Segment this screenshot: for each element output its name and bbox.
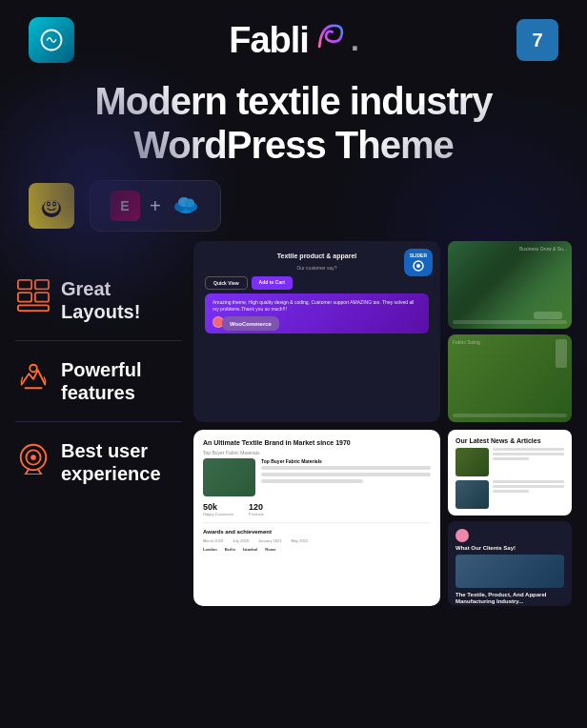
news-text-2	[493, 480, 564, 509]
quote-text: Amazing theme, High quality design & cod…	[213, 299, 421, 313]
awards-dates: March 2018 July 2020 January 2021 May 20…	[203, 538, 431, 543]
preview-right-bottom: Our Latest News & Articles	[448, 430, 572, 606]
textile-image	[203, 458, 255, 496]
awards-title: Awards and achievement	[203, 529, 431, 535]
textile-content-row: Top Buyer Fabric Materials	[203, 458, 431, 496]
client-avatar	[455, 529, 469, 542]
award-date-1: March 2018	[203, 538, 223, 543]
news-grid	[455, 448, 564, 476]
news-grid-2	[455, 480, 564, 509]
preview-right-top: Business Grow & Su... Fabric Sizing	[448, 241, 572, 422]
testimonial-title: Textile product & apparel	[205, 253, 429, 259]
brand-name: Fabli .	[229, 19, 358, 62]
preview-area: Textile product & apparel Our customer s…	[193, 241, 572, 613]
news-title: Our Latest News & Articles	[455, 437, 564, 444]
news-card: Our Latest News & Articles	[448, 430, 572, 516]
text-line-2	[261, 473, 431, 476]
award-date-3: January 2021	[258, 538, 281, 543]
testimonial-sub: Our customer say?	[205, 265, 429, 271]
location-2: Berlin	[225, 547, 235, 552]
feature-powerful: Powerful features	[15, 351, 182, 412]
brand-swirl-icon	[313, 19, 347, 62]
top-previews: Textile product & apparel Our customer s…	[193, 241, 572, 422]
wordpress-version-badge: 7	[516, 19, 558, 61]
svg-point-17	[30, 365, 37, 373]
location-4: Rome	[265, 547, 275, 552]
stat-products: 120 Products	[249, 502, 264, 516]
location-1: London	[203, 547, 217, 552]
experience-label: Best user experience	[61, 439, 161, 485]
factory-image: Business Grow & Su...	[448, 241, 572, 329]
textile-title: An Ultimate Textile Brand in Market sinc…	[203, 439, 431, 446]
location-3: Istanbul	[243, 547, 257, 552]
awards-locations: London Berlin Istanbul Rome	[203, 547, 431, 552]
features-icon	[15, 358, 51, 394]
cta-quick-view[interactable]: Quick View	[205, 276, 248, 290]
factory-image-card: Business Grow & Su...	[448, 241, 572, 329]
powerful-label: Powerful features	[61, 358, 141, 404]
testimonial-preview: Textile product & apparel Our customer s…	[193, 241, 440, 422]
news-image-1	[455, 448, 489, 476]
slider-revolution-badge: SLIDER	[404, 249, 433, 276]
textile-preview-card: An Ultimate Textile Brand in Market sinc…	[193, 430, 440, 606]
industry-card: What Our Clients Say! The Textile, Produ…	[448, 521, 572, 607]
buyer-title: Top Buyer Fabric Materials	[261, 458, 431, 464]
feature-experience: Best user experience	[15, 432, 182, 493]
stat-customers: 50k Happy Customers	[203, 502, 233, 516]
news-image-2	[455, 480, 489, 509]
text-line-3	[261, 479, 363, 483]
fabric-card: Fabric Sizing	[448, 334, 572, 422]
award-date-4: May 2022	[292, 538, 309, 543]
textile-sub: Top Buyer Fabric Materials	[203, 450, 431, 455]
clients-title: What Our Clients Say!	[455, 545, 564, 551]
svg-point-20	[30, 455, 36, 460]
text-line-1	[261, 466, 431, 470]
stats-row: 50k Happy Customers 120 Products	[203, 502, 431, 516]
news-text-1	[493, 448, 564, 476]
bottom-previews: An Ultimate Textile Brand in Market sinc…	[193, 430, 572, 606]
cta-add-cart[interactable]: Add to Cart	[252, 276, 293, 290]
award-date-2: July 2020	[233, 538, 249, 543]
svg-point-22	[416, 264, 420, 268]
experience-icon	[15, 439, 51, 475]
awards-section: Awards and achievement March 2018 July 2…	[203, 522, 431, 552]
header: Fabli . 7	[0, 0, 587, 71]
industry-title: The Textile, Product, And Apparel Manufa…	[455, 592, 564, 607]
textile-text-lines: Top Buyer Fabric Materials	[261, 458, 431, 496]
woocommerce-badge: WooCommerce	[222, 316, 279, 331]
theme-logo-icon	[29, 17, 74, 63]
industry-image	[455, 555, 564, 588]
